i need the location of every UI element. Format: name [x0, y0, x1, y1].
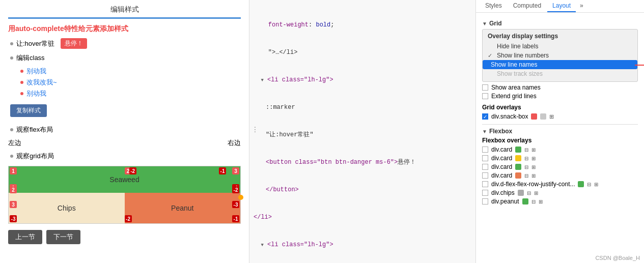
middle-panel: font-weight: bold; ">…</li> ▼ <li class=…: [249, 0, 476, 263]
grid-icon-3: ⊟: [524, 156, 528, 161]
right-panel: Styles Computed Layout » ▼ Grid Overlay …: [476, 0, 644, 263]
swatch-peanut: [522, 198, 528, 204]
code-tag-btn: <button class="btn btn-danger ms-6">: [266, 159, 398, 166]
btn-next[interactable]: 下一节: [46, 230, 80, 244]
overlay-label-numbers: Show line numbers: [497, 52, 549, 59]
grid-section-header: ▼ Grid: [482, 20, 638, 27]
grid-icon-9: ⊟: [587, 182, 591, 187]
overlay-item-show-numbers[interactable]: ✓ Show line numbers: [488, 51, 632, 60]
checkbox-card-4[interactable]: [482, 172, 488, 179]
overlay-item-show-names[interactable]: Show line names: [483, 60, 637, 69]
grid-icon-8: ⊞: [531, 173, 536, 179]
grid-wrapper: Seaweed Chips Peanut 1 2 3 -1 -2 1 2 3: [8, 166, 241, 224]
overlay-label-names: Show line names: [491, 61, 537, 68]
grid-icon-14: ⊞: [539, 199, 543, 204]
btn-copy[interactable]: 复制样式: [10, 104, 47, 117]
grid-overlays-section: Grid overlays ✓ div.snack-box ⊞: [482, 104, 638, 120]
triangle-icon-1: ▼: [261, 77, 263, 84]
sub-item-3-text: 别动我: [26, 89, 46, 98]
checkbox-chips[interactable]: [482, 190, 488, 196]
sub-dot-2: [20, 81, 23, 84]
item-autocomplete: 用auto-complete特性给元素添加样式: [8, 23, 241, 35]
sub-item-3: 别动我: [20, 89, 241, 98]
flexbox-section-header: ▼ Flexbox: [482, 128, 638, 135]
orange-dot: [238, 195, 243, 200]
checkbox-peanut[interactable]: [482, 198, 488, 204]
bullet-dot: [10, 42, 13, 45]
flex-row-card-3: div.card ⊟ ⊞: [482, 163, 638, 170]
grid-cell-peanut: Peanut: [125, 193, 241, 223]
checkbox-area-names[interactable]: [482, 84, 488, 91]
grid-icon-2: ⊞: [531, 147, 536, 153]
swatch-snack-gray: [540, 113, 546, 120]
grid-icon-1: ⊟: [524, 147, 528, 153]
item-hover: 让:hover常驻 悬停！: [8, 38, 241, 49]
item-autocomplete-text: 用auto-complete特性给元素添加样式: [8, 24, 128, 33]
check-show-numbers: ✓: [488, 52, 494, 59]
swatch-snack-red: [531, 113, 537, 120]
grid-icon-4: ⊞: [531, 156, 536, 161]
swatch-card-4: [515, 172, 521, 179]
overlay-item-hide-labels[interactable]: Hide line labels: [488, 42, 632, 51]
swatch-card-1: [515, 147, 521, 153]
tab-styles[interactable]: Styles: [480, 0, 507, 12]
item-edit-class-text: 编辑class: [16, 52, 45, 64]
grid-icon-10: ⊞: [594, 182, 598, 187]
flex-right-label: 右边: [228, 138, 241, 148]
code-line-5: "让:hover常驻": [254, 130, 471, 139]
swatch-card-3: [515, 164, 521, 170]
bullet-dot-3: [10, 128, 13, 131]
flex-left-label: 左边: [8, 138, 21, 148]
code-line-2: ">…</li>: [254, 48, 471, 57]
item-edit-class: 编辑class: [8, 52, 241, 64]
tab-more[interactable]: »: [577, 0, 586, 12]
grid-icon-11: ⊟: [527, 190, 531, 196]
overlay-label-hide: Hide line labels: [497, 43, 538, 50]
tab-layout[interactable]: Layout: [547, 0, 576, 12]
right-tabs: Styles Computed Layout »: [476, 0, 644, 13]
flex-row-dflex: div.d-flex-flex-row-justify-cont... ⊟ ⊞: [482, 181, 638, 188]
sub-dot-3: [20, 92, 23, 95]
sub-dot-1: [20, 70, 23, 73]
flex-row-chips: div.chips ⊟ ⊞: [482, 189, 638, 196]
grid-inner: Seaweed Chips Peanut: [9, 166, 240, 223]
grid-cell-seaweed: Seaweed: [9, 166, 240, 193]
grid-devtools-section: ▼ Grid Overlay display settings Hide lin…: [482, 20, 638, 120]
card-2-label: div.card: [491, 155, 512, 162]
code-tag-li1: <li class="lh-lg">: [267, 76, 333, 83]
collapse-icon-grid[interactable]: ▼: [482, 21, 487, 26]
checkbox-extend-grid[interactable]: [482, 93, 488, 99]
snack-box-label: div.snack-box: [491, 113, 528, 120]
check-show-track: [488, 71, 494, 77]
sub-list: 别动我 改我改我~ 别动我: [20, 67, 241, 98]
overlay-label-track: Show track sizes: [497, 70, 543, 77]
card-1-label: div.card: [491, 146, 512, 153]
divider: [482, 124, 638, 125]
csdn-label: CSDN @Boale_H: [595, 255, 640, 261]
flex-row-card-1: div.card ⊟ ⊞: [482, 146, 638, 153]
code-line-1: font-weight: bold;: [254, 20, 471, 30]
overlay-item-show-track[interactable]: Show track sizes: [488, 69, 632, 78]
card-4-label: div.card: [491, 172, 512, 179]
grid-container: Seaweed Chips Peanut 1 2 3 -1 -2 1 2 3: [8, 166, 241, 224]
code-line-9: ▼ <li class="lh-lg">: [254, 240, 471, 249]
flex-row-card-4: div.card ⊟ ⊞: [482, 172, 638, 179]
checkbox-card-3[interactable]: [482, 164, 488, 170]
code-val-bold: bold: [316, 21, 330, 28]
code-line-4: ::marker: [254, 103, 471, 112]
checkbox-snack-box[interactable]: ✓: [482, 113, 488, 120]
grid-overlays-title: Grid overlays: [482, 104, 638, 111]
checkbox-card-2[interactable]: [482, 155, 488, 161]
chips-label: div.chips: [491, 189, 515, 196]
btn-prev[interactable]: 上一节: [8, 230, 42, 244]
btn-stop[interactable]: 悬停！: [61, 38, 87, 49]
tab-computed[interactable]: Computed: [508, 0, 546, 12]
checkbox-card-1[interactable]: [482, 147, 488, 153]
check-hide-labels: [488, 43, 494, 49]
collapse-icon-flex[interactable]: ▼: [482, 129, 487, 134]
code-prop-fontweight: font-weight: [268, 21, 309, 28]
code-marker-1: ::marker: [266, 104, 295, 111]
checkbox-dflex[interactable]: [482, 181, 488, 187]
sub-item-1: 别动我: [20, 67, 241, 76]
code-tag-btn-close: </button>: [266, 186, 299, 193]
